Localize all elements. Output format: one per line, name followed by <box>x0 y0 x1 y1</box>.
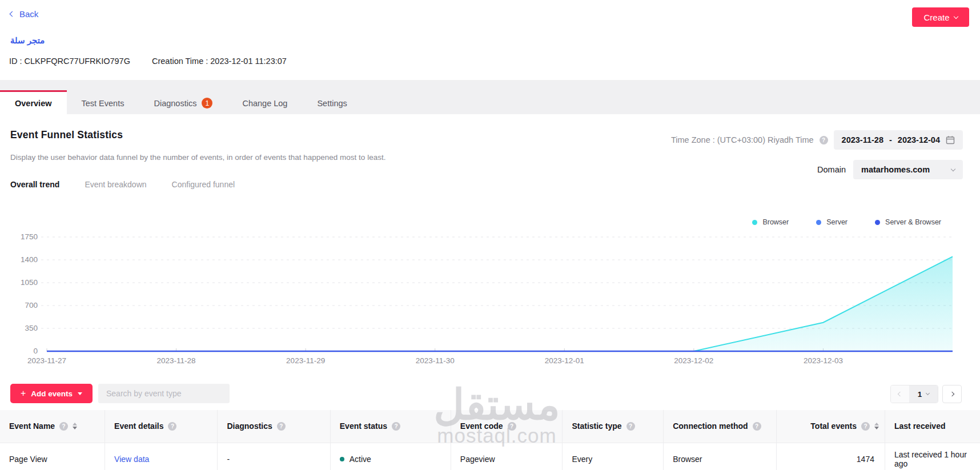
date-separator: - <box>889 135 892 144</box>
cell-total-events: 1474 <box>776 443 885 470</box>
diagnostics-badge: 1 <box>202 98 212 109</box>
chevron-down-icon <box>953 14 958 18</box>
svg-text:2023-11-30: 2023-11-30 <box>416 356 455 365</box>
help-icon[interactable]: ? <box>277 422 286 431</box>
subtab-event-breakdown[interactable]: Event breakdown <box>85 180 146 189</box>
calendar-icon <box>946 135 955 144</box>
page-select[interactable]: 1 <box>909 385 938 403</box>
svg-text:0: 0 <box>33 347 38 355</box>
svg-text:1050: 1050 <box>21 278 38 287</box>
server-browser-dot-icon <box>875 220 880 225</box>
help-icon[interactable]: ? <box>626 422 635 431</box>
plus-icon: + <box>21 388 26 399</box>
col-connection-method: Connection method ? <box>664 410 776 443</box>
creation-time: Creation Time : 2023-12-01 11:23:07 <box>152 57 287 66</box>
back-link[interactable]: Back <box>10 9 38 19</box>
svg-text:2023-12-01: 2023-12-01 <box>545 356 584 365</box>
domain-select[interactable]: matarhomes.com <box>853 160 963 179</box>
cell-event-code: Pageview <box>451 443 563 470</box>
main-tabbar: Overview Test Events Diagnostics 1 Chang… <box>0 90 980 114</box>
subtab-overall-trend[interactable]: Overall trend <box>10 180 59 189</box>
date-start: 2023-11-28 <box>842 135 883 144</box>
page-header: Back متجر سلة ID : CLKPFQRC77UFRKIO797G … <box>0 0 980 80</box>
add-events-button[interactable]: + Add events <box>10 384 93 403</box>
help-icon[interactable]: ? <box>753 422 761 431</box>
pixel-id: ID : CLKPFQRC77UFRKIO797G <box>9 57 130 66</box>
cell-statistic-type: Every <box>563 443 664 470</box>
cell-event-status: Active <box>330 443 451 470</box>
domain-row: Domain matarhomes.com <box>817 160 963 179</box>
svg-text:700: 700 <box>25 301 38 310</box>
pagination: 1 <box>890 385 962 403</box>
tab-diagnostics[interactable]: Diagnostics 1 <box>139 90 227 114</box>
help-icon[interactable]: ? <box>59 422 68 431</box>
col-last-received: Last received <box>885 410 980 443</box>
svg-text:2023-12-02: 2023-12-02 <box>674 356 713 365</box>
events-table: Event Name ? Event details ? Diagnostics… <box>0 410 980 470</box>
browser-dot-icon <box>752 220 757 225</box>
create-button[interactable]: Create <box>912 7 969 27</box>
col-total-events: Total events ? <box>776 410 885 443</box>
tab-test-events[interactable]: Test Events <box>67 90 139 114</box>
main-content: Event Funnel Statistics Display the user… <box>0 114 980 470</box>
col-event-details: Event details ? <box>105 410 218 443</box>
divider-strip <box>0 80 980 90</box>
cell-last-received: Last received 1 hour ago <box>885 443 980 470</box>
col-statistic-type: Statistic type ? <box>563 410 664 443</box>
svg-text:350: 350 <box>25 324 38 332</box>
help-icon[interactable]: ? <box>392 422 400 431</box>
legend-item-server[interactable]: Server <box>816 218 848 226</box>
help-icon[interactable]: ? <box>820 136 828 144</box>
chevron-down-icon <box>951 166 955 171</box>
col-diagnostics: Diagnostics ? <box>218 410 330 443</box>
help-icon[interactable]: ? <box>508 422 516 431</box>
date-range-picker[interactable]: 2023-11-28 - 2023-12-04 <box>834 130 963 150</box>
svg-text:2023-11-29: 2023-11-29 <box>286 356 325 365</box>
svg-text:2023-12-03: 2023-12-03 <box>804 356 843 365</box>
search-input[interactable] <box>98 384 230 403</box>
view-data-link[interactable]: View data <box>114 455 149 464</box>
help-icon[interactable]: ? <box>168 422 176 431</box>
timezone-text: Time Zone : (UTC+03:00) Riyadh Time <box>671 135 814 144</box>
col-event-code: Event code ? <box>451 410 563 443</box>
active-status-dot-icon <box>340 457 344 461</box>
create-label: Create <box>923 13 949 22</box>
svg-text:2023-11-28: 2023-11-28 <box>157 356 196 365</box>
svg-text:2023-11-27: 2023-11-27 <box>27 356 66 365</box>
svg-text:1750: 1750 <box>21 232 38 241</box>
col-event-status: Event status ? <box>330 410 451 443</box>
page-title: متجر سلة <box>10 35 45 46</box>
chevron-right-icon <box>950 392 954 396</box>
tab-change-log[interactable]: Change Log <box>227 90 302 114</box>
page-number: 1 <box>918 390 922 399</box>
sort-icon[interactable] <box>874 423 879 429</box>
prev-page-button[interactable] <box>891 385 909 403</box>
table-header-row: Event Name ? Event details ? Diagnostics… <box>0 410 980 443</box>
chevron-left-icon <box>898 392 902 396</box>
timezone-row: Time Zone : (UTC+03:00) Riyadh Time ? 20… <box>671 130 963 150</box>
date-end: 2023-12-04 <box>898 135 940 144</box>
help-icon[interactable]: ? <box>861 422 870 431</box>
tab-overview[interactable]: Overview <box>0 90 67 114</box>
cell-diagnostics: - <box>218 443 330 470</box>
cell-event-name: Page View <box>0 443 105 470</box>
status-badge: Active <box>350 455 371 464</box>
next-page-button[interactable] <box>942 385 962 403</box>
domain-value: matarhomes.com <box>861 165 930 174</box>
domain-label: Domain <box>817 165 846 174</box>
cell-event-details: View data <box>105 443 218 470</box>
svg-text:1400: 1400 <box>21 255 38 264</box>
section-title: Event Funnel Statistics <box>10 129 123 141</box>
tab-settings[interactable]: Settings <box>302 90 362 114</box>
trend-chart: 03507001050140017502023-11-272023-11-282… <box>0 228 980 371</box>
table-row: Page View View data - Active Pageview Ev… <box>0 443 980 470</box>
server-dot-icon <box>816 220 821 225</box>
legend-item-browser[interactable]: Browser <box>752 218 789 226</box>
chart-subtabs: Overall trend Event breakdown Configured… <box>10 180 235 189</box>
legend-item-server-browser[interactable]: Server & Browser <box>875 218 941 226</box>
caret-down-icon <box>78 392 82 395</box>
subtab-configured-funnel[interactable]: Configured funnel <box>172 180 235 189</box>
sort-icon[interactable] <box>73 423 77 429</box>
chart-legend: Browser Server Server & Browser <box>752 218 941 226</box>
col-event-name: Event Name ? <box>0 410 105 443</box>
